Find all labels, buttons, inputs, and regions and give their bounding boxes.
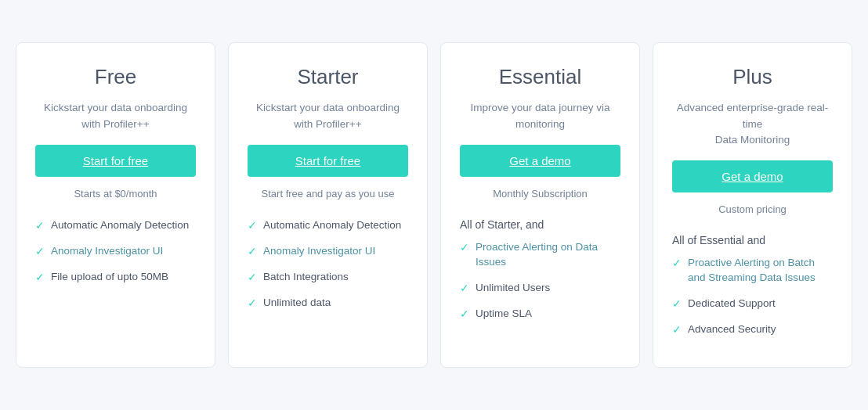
plan-title-plus: Plus bbox=[672, 65, 833, 89]
cta-button-plus[interactable]: Get a demo bbox=[672, 160, 833, 192]
check-icon: ✓ bbox=[35, 219, 45, 232]
check-icon: ✓ bbox=[460, 241, 469, 254]
pricing-note-free: Starts at $0/month bbox=[35, 188, 196, 200]
feature-item: ✓Anomaly Investigator UI bbox=[248, 244, 408, 259]
feature-text: Unlimited Users bbox=[476, 281, 550, 296]
feature-item: ✓Unlimited data bbox=[248, 296, 408, 311]
feature-text: Automatic Anomaly Detection bbox=[51, 218, 189, 233]
check-icon: ✓ bbox=[672, 297, 682, 310]
feature-item: ✓Dedicated Support bbox=[672, 297, 833, 311]
feature-text: Proactive Alerting on Batch and Streamin… bbox=[688, 256, 833, 286]
pricing-note-plus: Custom pricing bbox=[672, 203, 833, 215]
cta-button-essential[interactable]: Get a demo bbox=[460, 145, 620, 177]
feature-text: Batch Integrations bbox=[263, 270, 349, 285]
feature-text: Advanced Security bbox=[688, 322, 776, 337]
pricing-grid: FreeKickstart your data onboarding with … bbox=[16, 42, 852, 367]
feature-text: File upload of upto 50MB bbox=[51, 270, 168, 285]
feature-item: ✓Automatic Anomaly Detection bbox=[248, 218, 408, 233]
feature-item: ✓Anomaly Investigator UI bbox=[35, 244, 196, 259]
plan-title-free: Free bbox=[35, 65, 196, 89]
cta-button-starter[interactable]: Start for free bbox=[248, 145, 408, 177]
check-icon: ✓ bbox=[672, 257, 682, 269]
check-icon: ✓ bbox=[460, 308, 469, 320]
plan-card-plus: PlusAdvanced enterprise-grade real-timeD… bbox=[653, 42, 852, 367]
feature-text: Anomaly Investigator UI bbox=[51, 244, 163, 259]
feature-text: Anomaly Investigator UI bbox=[263, 244, 375, 259]
features-section-plus: All of Essential and✓Proactive Alerting … bbox=[672, 234, 833, 348]
plan-description-plus: Advanced enterprise-grade real-timeData … bbox=[672, 100, 833, 148]
pricing-note-starter: Start free and pay as you use bbox=[248, 188, 408, 200]
check-icon: ✓ bbox=[248, 219, 257, 232]
features-section-essential: All of Starter, and✓Proactive Alerting o… bbox=[460, 218, 620, 333]
feature-item: ✓Uptime SLA bbox=[460, 307, 620, 322]
check-icon: ✓ bbox=[672, 323, 682, 336]
feature-item: ✓Proactive Alerting on Data Issues bbox=[460, 240, 620, 270]
plan-card-free: FreeKickstart your data onboarding with … bbox=[16, 42, 215, 367]
plan-description-free: Kickstart your data onboarding with Prof… bbox=[35, 100, 196, 132]
check-icon: ✓ bbox=[35, 245, 45, 257]
plan-card-starter: StarterKickstart your data onboarding wi… bbox=[228, 42, 428, 367]
check-icon: ✓ bbox=[248, 245, 257, 257]
feature-text: Uptime SLA bbox=[476, 307, 532, 322]
plan-title-starter: Starter bbox=[248, 65, 408, 89]
plan-title-essential: Essential bbox=[460, 65, 620, 89]
check-icon: ✓ bbox=[35, 271, 45, 283]
feature-item: ✓Batch Integrations bbox=[248, 270, 408, 285]
feature-text: Dedicated Support bbox=[688, 297, 776, 311]
feature-text: Automatic Anomaly Detection bbox=[263, 218, 401, 233]
features-section-free: ✓Automatic Anomaly Detection✓Anomaly Inv… bbox=[35, 218, 196, 296]
check-icon: ✓ bbox=[460, 282, 469, 294]
feature-item: ✓Proactive Alerting on Batch and Streami… bbox=[672, 256, 833, 286]
section-label-essential: All of Starter, and bbox=[460, 218, 620, 231]
check-icon: ✓ bbox=[248, 271, 257, 283]
plan-description-essential: Improve your data journey via monitoring bbox=[460, 100, 620, 132]
cta-button-free[interactable]: Start for free bbox=[35, 145, 196, 177]
feature-item: ✓Advanced Security bbox=[672, 322, 833, 337]
pricing-note-essential: Monthly Subscription bbox=[460, 188, 620, 200]
feature-item: ✓File upload of upto 50MB bbox=[35, 270, 196, 285]
features-section-starter: ✓Automatic Anomaly Detection✓Anomaly Inv… bbox=[248, 218, 408, 322]
feature-item: ✓Automatic Anomaly Detection bbox=[35, 218, 196, 233]
feature-item: ✓Unlimited Users bbox=[460, 281, 620, 296]
section-label-plus: All of Essential and bbox=[672, 234, 833, 246]
plan-card-essential: EssentialImprove your data journey via m… bbox=[440, 42, 640, 367]
feature-text: Unlimited data bbox=[263, 296, 331, 311]
plan-description-starter: Kickstart your data onboarding with Prof… bbox=[248, 100, 408, 132]
feature-text: Proactive Alerting on Data Issues bbox=[476, 240, 620, 270]
check-icon: ✓ bbox=[248, 297, 257, 309]
